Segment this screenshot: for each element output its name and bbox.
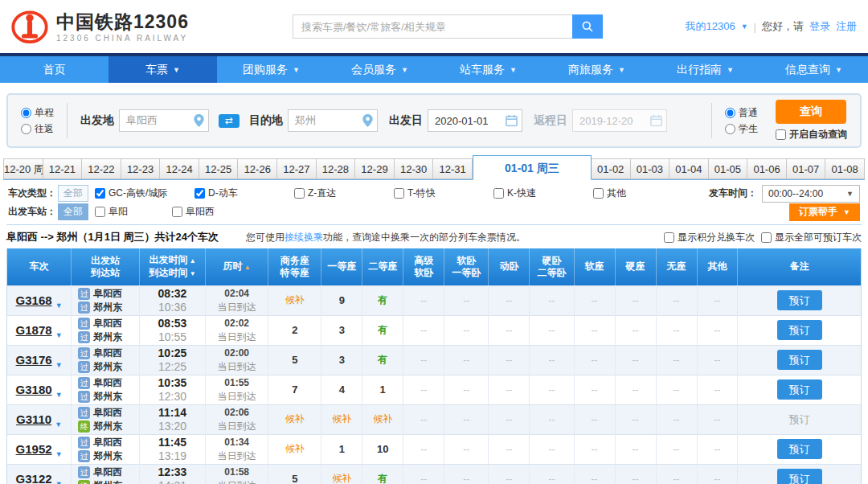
- date-tab-01-06[interactable]: 01-06: [747, 158, 787, 179]
- auto-query-checkbox[interactable]: 开启自动查询: [776, 128, 847, 142]
- column-header-business-premier[interactable]: 商务座特等座: [268, 248, 321, 285]
- expand-caret-icon[interactable]: ▼: [55, 480, 63, 484]
- expand-caret-icon[interactable]: ▼: [55, 450, 63, 458]
- nav-item-info-query[interactable]: 信息查询▼: [760, 56, 868, 83]
- column-header-premium-soft-sleeper[interactable]: 高级软卧: [403, 248, 444, 285]
- login-link[interactable]: 登录: [809, 19, 830, 34]
- nav-item-business-travel[interactable]: 商旅服务▼: [542, 56, 651, 83]
- column-header-second-class[interactable]: 二等座: [362, 248, 403, 285]
- date-tab-01-08[interactable]: 01-08: [825, 158, 865, 179]
- train-link[interactable]: G3180: [16, 383, 52, 396]
- trip-type-radio[interactable]: [21, 124, 31, 134]
- trip-type-option-往返[interactable]: 往返: [21, 122, 54, 136]
- nav-item-group-services[interactable]: 团购服务▼: [217, 56, 326, 83]
- nav-item-station-services[interactable]: 站车服务▼: [434, 56, 542, 83]
- date-tab-12-26[interactable]: 12-26: [238, 158, 277, 179]
- date-tab-12-23[interactable]: 12-23: [121, 158, 161, 179]
- expand-caret-icon[interactable]: ▼: [55, 420, 62, 429]
- depart-station-fuyangxi[interactable]: 阜阳西: [172, 205, 249, 219]
- trip-type-radio[interactable]: [21, 108, 31, 118]
- train-type-d[interactable]: D-动车: [194, 187, 294, 200]
- book-button[interactable]: 预订: [777, 320, 822, 340]
- sort-arrow-icon[interactable]: ▲: [243, 264, 251, 271]
- transfer-link[interactable]: 接续换乘: [285, 232, 323, 243]
- expand-caret-icon[interactable]: ▼: [55, 331, 63, 339]
- column-header-train[interactable]: 车次: [7, 248, 72, 285]
- book-button[interactable]: 预订: [777, 469, 822, 484]
- train-link[interactable]: G3176: [16, 353, 52, 367]
- book-button[interactable]: 预订: [777, 439, 822, 459]
- train-type-other-input[interactable]: [593, 188, 604, 199]
- depart-time-select[interactable]: 00:00--24:00 ▼: [762, 185, 860, 203]
- my-12306-link[interactable]: 我的12306: [686, 19, 735, 34]
- expand-caret-icon[interactable]: ▼: [55, 391, 63, 399]
- train-link[interactable]: G1878: [16, 323, 52, 337]
- book-button[interactable]: 预订: [777, 290, 822, 310]
- search-button[interactable]: [572, 14, 603, 39]
- date-tab-12-20[interactable]: 12-20 周五: [3, 158, 43, 179]
- depart-station-all-button[interactable]: 全部: [58, 203, 88, 220]
- date-tab-12-28[interactable]: 12-28: [317, 158, 356, 179]
- column-header-hard-sleeper[interactable]: 硬卧二等卧: [530, 248, 574, 285]
- nav-item-home[interactable]: 首页: [0, 56, 108, 83]
- train-type-t-input[interactable]: [394, 188, 404, 199]
- depart-date-input[interactable]: 2020-01-01: [428, 109, 522, 132]
- date-tab-12-22[interactable]: 12-22: [82, 158, 121, 179]
- date-tab-12-31[interactable]: 12-31: [433, 158, 473, 179]
- column-header-soft-seat[interactable]: 软座: [574, 248, 615, 285]
- nav-item-travel-guide[interactable]: 出行指南▼: [651, 56, 760, 83]
- auto-query-checkbox-input[interactable]: [776, 129, 786, 140]
- date-tab-12-21[interactable]: 12-21: [43, 158, 83, 179]
- sort-arrow-icon[interactable]: ▼: [187, 270, 195, 277]
- depart-station-fuyang[interactable]: 阜阳: [95, 205, 172, 219]
- train-link[interactable]: G3110: [16, 412, 51, 426]
- column-header-soft-sleeper[interactable]: 软卧一等卧: [444, 248, 489, 285]
- expand-caret-icon[interactable]: ▼: [55, 301, 63, 310]
- train-type-all-button[interactable]: 全部: [58, 185, 88, 202]
- swap-stations-button[interactable]: ⇄: [219, 114, 240, 128]
- date-tab-01-01[interactable]: 01-01 周三: [473, 155, 592, 180]
- column-header-stations[interactable]: 出发站到达站: [72, 248, 140, 285]
- return-date-input[interactable]: 2019-12-20: [572, 109, 667, 132]
- nav-item-member-services[interactable]: 会员服务▼: [326, 56, 434, 83]
- book-button[interactable]: 预订: [777, 350, 822, 370]
- to-station-input[interactable]: 郑州: [288, 109, 378, 132]
- date-tab-01-04[interactable]: 01-04: [669, 158, 709, 179]
- passenger-type-radio[interactable]: [725, 124, 735, 134]
- train-type-k-input[interactable]: [493, 188, 504, 199]
- date-tab-12-24[interactable]: 12-24: [160, 158, 199, 179]
- date-tab-12-29[interactable]: 12-29: [355, 158, 395, 179]
- nav-item-tickets[interactable]: 车票▼: [108, 56, 217, 83]
- trip-type-option-单程[interactable]: 单程: [21, 106, 54, 120]
- passenger-type-radio[interactable]: [725, 108, 735, 118]
- from-station-input[interactable]: 阜阳西: [119, 109, 209, 132]
- date-tab-12-27[interactable]: 12-27: [277, 158, 317, 179]
- app-logo[interactable]: 中国铁路12306 12306 CHINA RAILWAY: [11, 8, 276, 45]
- train-type-z[interactable]: Z-直达: [294, 187, 394, 200]
- book-button[interactable]: 预订: [777, 379, 822, 400]
- train-type-other[interactable]: 其他: [593, 187, 693, 200]
- show-all-bookable-checkbox[interactable]: 显示全部可预订车次: [761, 231, 862, 244]
- depart-station-fuyang-input[interactable]: [95, 207, 105, 217]
- column-header-duration[interactable]: 历时 ▲: [205, 248, 268, 285]
- train-type-z-input[interactable]: [294, 188, 305, 199]
- register-link[interactable]: 注册: [836, 19, 857, 34]
- sort-arrow-icon[interactable]: ▲: [187, 257, 195, 265]
- column-header-hard-seat[interactable]: 硬座: [615, 248, 656, 285]
- train-type-gc[interactable]: GC-高铁/城际: [95, 187, 194, 200]
- show-points-trains-checkbox[interactable]: 显示积分兑换车次: [664, 231, 755, 244]
- expand-caret-icon[interactable]: ▼: [55, 361, 63, 369]
- train-link[interactable]: G3122: [16, 472, 52, 484]
- train-type-t[interactable]: T-特快: [394, 187, 493, 200]
- passenger-type-option-普通[interactable]: 普通: [725, 106, 758, 120]
- booking-helper-button[interactable]: 订票帮手 ▼: [789, 203, 860, 221]
- date-tab-01-02[interactable]: 01-02: [592, 158, 631, 179]
- date-tab-01-05[interactable]: 01-05: [709, 158, 748, 179]
- train-link[interactable]: G3168: [16, 293, 52, 307]
- show-all-bookable-input[interactable]: [761, 232, 772, 243]
- column-header-times[interactable]: 出发时间 ▲到达时间 ▼: [140, 248, 206, 285]
- depart-station-fuyangxi-input[interactable]: [172, 207, 182, 217]
- date-tab-12-25[interactable]: 12-25: [199, 158, 239, 179]
- train-type-k[interactable]: K-快速: [493, 187, 593, 200]
- date-tab-12-30[interactable]: 12-30: [395, 158, 434, 179]
